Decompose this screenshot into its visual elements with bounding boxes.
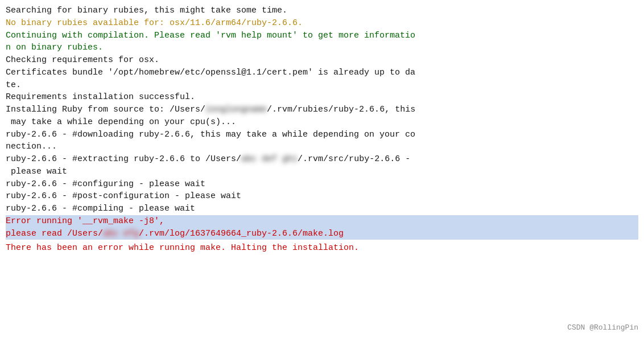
error-line-2: please read /Users/abc efg/.rvm/log/1637… [6,228,638,240]
line-extracting: ruby-2.6.6 - #extracting ruby-2.6.6 to /… [6,153,638,178]
blurred-username-3: abc efg [103,228,139,240]
error-line-1: Error running '__rvm_make -j8', [6,215,638,228]
line-searching: Searching for binary rubies, this might … [6,5,638,17]
terminal-output: Searching for binary rubies, this might … [0,0,644,337]
watermark: CSDN @RollingPin [567,323,638,334]
line-continuing: Continuing with compilation. Please read… [6,30,638,55]
line-requirements: Requirements installation successful. [6,91,638,104]
bottom-error-message: There has been an error while running ma… [6,242,638,254]
blurred-username-1: longlongname [205,104,267,116]
line-checking: Checking requirements for osx. [6,54,638,67]
line-downloading: ruby-2.6.6 - #downloading ruby-2.6.6, th… [6,129,638,154]
line-post-config: ruby-2.6.6 - #post-configuration - pleas… [6,190,638,203]
blurred-username-2: abc def ghi [241,153,298,166]
line-configuring: ruby-2.6.6 - #configuring - please wait [6,178,638,191]
line-installing: Installing Ruby from source to: /Users/l… [6,104,638,129]
line-compiling: ruby-2.6.6 - #compiling - please wait [6,203,638,215]
line-certificates: Certificates bundle '/opt/homebrew/etc/o… [6,67,638,92]
line-no-binary: No binary rubies available for: osx/11.6… [6,17,638,30]
